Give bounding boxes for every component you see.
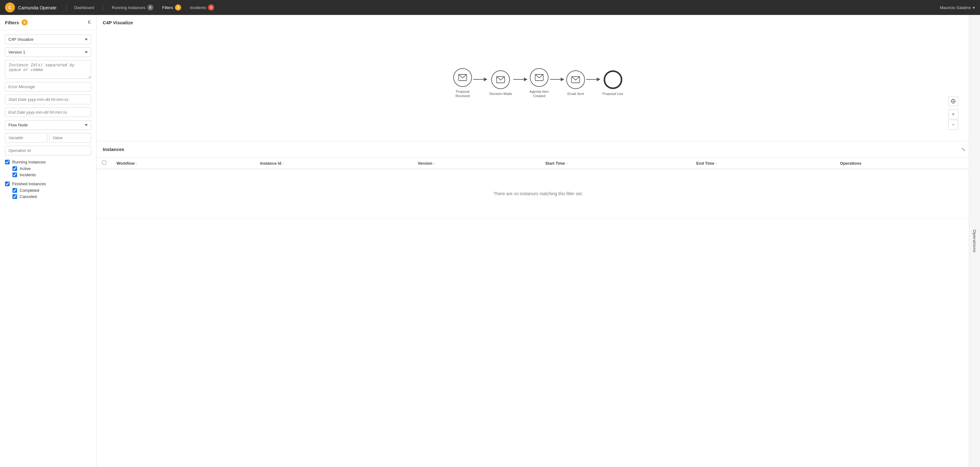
end-time-sort-icon[interactable]: ↕ [716,161,718,165]
nav-running-instances[interactable]: Running Instances 0 [108,3,157,13]
instances-table: Workflow ↕ Instance Id ↕ [97,158,980,467]
instance-id-sort-icon[interactable]: ↕ [283,161,285,165]
nav-links: Dashboard Running Instances 0 Filters 0 … [70,3,218,13]
error-message-input[interactable] [5,82,91,91]
instances-data-table: Workflow ↕ Instance Id ↕ [97,158,980,218]
finished-instances-checkbox[interactable] [5,182,10,186]
running-instances-badge: 0 [147,4,153,11]
nav-divider-2 [103,4,103,11]
node-circle-proposal-received [453,68,472,87]
flow-node-email-sent: Email Sent [566,70,585,96]
operations-side-label: Operations [972,230,977,252]
active-checkbox[interactable] [13,166,17,171]
chevron-down-icon: ▾ [973,5,975,10]
main-layout: Filters 0 K C4P Visualize Version 1 Flow… [0,15,980,467]
finished-instances-children: Completed Canceled [13,188,91,199]
svg-point-9 [953,100,954,102]
completed-checkbox[interactable] [13,188,17,193]
zoom-controls: + − [948,96,958,130]
logo-icon: C [5,3,15,13]
sidebar-header: Filters 0 K [0,15,96,30]
flow-arrow-3 [550,77,565,82]
instances-title: Instances [103,147,124,152]
sidebar-content: C4P Visualize Version 1 Flow Node [0,30,96,203]
canceled-checkbox[interactable] [13,194,17,199]
active-checkbox-label[interactable]: Active [13,166,91,171]
logo-area: C Camunda Operate [5,3,56,13]
running-instances-children: Active Incidents [13,166,91,177]
instance-ids-textarea[interactable] [5,60,91,79]
user-name: Mauricio Salatino [940,5,971,10]
variable-input[interactable] [5,133,47,143]
diagram-title: C4P Visualize [103,20,974,25]
start-time-sort-icon[interactable]: ↕ [566,161,568,165]
canceled-checkbox-label[interactable]: Canceled [13,194,91,199]
instances-section: Instances ⤡ ⤢ Work [97,141,980,467]
running-instances-checkbox[interactable] [5,160,10,164]
diagram-canvas: ProposalReceived [103,30,974,136]
operations-side-panel: Operations [969,15,980,467]
version-select[interactable]: Version 1 [5,47,91,57]
empty-state-row: There are no instances matching this fil… [97,169,980,218]
content-area: C4P Visualize ProposalReceived [97,15,980,467]
nav-divider [66,4,67,11]
select-all-column [97,158,111,169]
value-input[interactable] [49,133,92,143]
incidents-checkbox-label[interactable]: Incidents [13,172,91,177]
end-date-input[interactable] [5,107,91,117]
flow-arrow-2 [513,77,528,82]
operations-column: Operations [835,158,980,169]
zoom-in-button[interactable]: + [948,109,958,119]
variable-value-row [5,133,91,143]
filters-title: Filters [5,20,19,25]
flow-node-decision-made: Decision Made [489,70,512,96]
incidents-badge: 0 [208,4,214,11]
operation-id-input[interactable] [5,146,91,155]
nav-filters[interactable]: Filters 0 [159,3,185,13]
flow-arrow-4 [586,77,601,82]
running-instances-checkbox-label[interactable]: Running Instances [5,160,91,164]
running-instances-group: Running Instances Active Incidents [5,160,91,177]
table-header: Workflow ↕ Instance Id ↕ [97,158,980,169]
nav-dashboard[interactable]: Dashboard [70,3,98,12]
top-navigation: C Camunda Operate Dashboard Running Inst… [0,0,980,15]
node-label-proposal-live: Proposal Live [602,91,623,96]
node-label-email-sent: Email Sent [568,91,584,96]
finished-instances-checkbox-label[interactable]: Finished Instances [5,182,91,186]
version-sort-icon[interactable]: ↕ [434,161,436,165]
sidebar-title: Filters 0 [5,19,28,26]
flow-node-proposal-live: Proposal Live [602,70,623,96]
version-column: Version ↕ [413,158,540,169]
collapse-sidebar-button[interactable]: K [88,20,91,25]
locate-button[interactable] [948,96,958,106]
zoom-out-button[interactable]: − [948,120,958,130]
flow-node-agenda-item: Agenda ItemCreated [530,68,549,98]
workflow-sort-icon[interactable]: ↕ [136,161,138,165]
flow-node-select[interactable]: Flow Node [5,120,91,130]
nav-incidents[interactable]: Incidents 0 [186,3,218,13]
incidents-checkbox[interactable] [13,172,17,177]
filters-sidebar: Filters 0 K C4P Visualize Version 1 Flow… [0,15,97,467]
node-label-decision-made: Decision Made [489,91,512,96]
instance-id-column: Instance Id ↕ [255,158,413,169]
node-circle-proposal-live [604,70,622,89]
flow-diagram: ProposalReceived [453,68,623,98]
diagram-section: C4P Visualize ProposalReceived [97,15,980,141]
node-circle-agenda-item [530,68,549,87]
start-time-column: Start Time ↕ [540,158,691,169]
completed-checkbox-label[interactable]: Completed [13,188,91,193]
app-title: Camunda Operate [18,5,56,10]
instances-header: Instances ⤡ ⤢ [97,141,980,158]
workflow-select[interactable]: C4P Visualize [5,35,91,44]
collapse-table-icon[interactable]: ⤡ [961,146,966,153]
node-circle-decision-made [491,70,510,89]
workflow-column: Workflow ↕ [111,158,255,169]
finished-instances-group: Finished Instances Completed Canceled [5,182,91,199]
start-date-input[interactable] [5,95,91,104]
end-time-column: End Time ↕ [691,158,835,169]
node-circle-email-sent [566,70,585,89]
select-all-checkbox[interactable] [102,161,106,165]
user-menu[interactable]: Mauricio Salatino ▾ [940,5,975,10]
filters-count-badge: 0 [21,19,28,26]
flow-node-proposal-received: ProposalReceived [453,68,472,98]
